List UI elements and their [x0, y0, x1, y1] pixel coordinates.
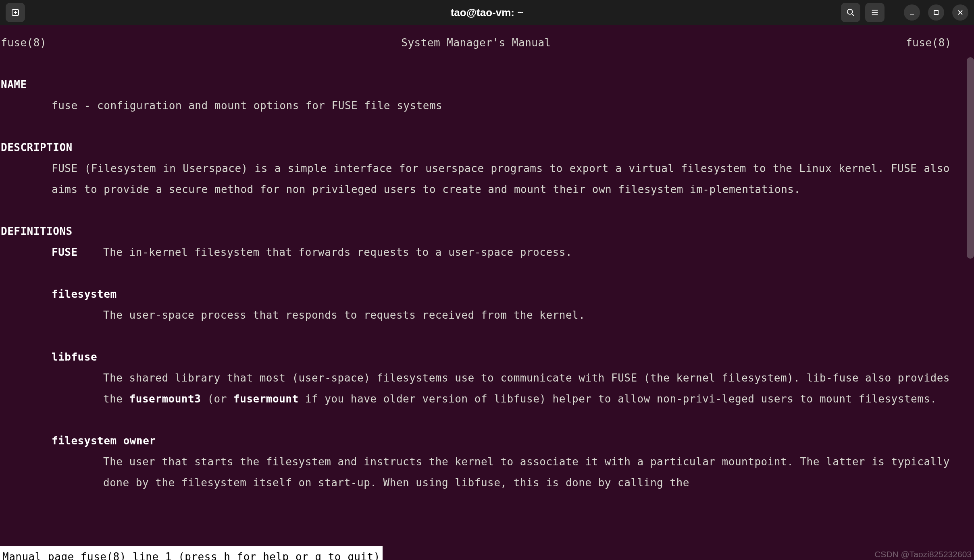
pager-status-line: Manual page fuse(8) line 1 (press h for … — [0, 546, 383, 560]
man-header: fuse(8) System Manager's Manual fuse(8) — [0, 32, 974, 53]
section-description-text: FUSE (Filesystem in Userspace) is a simp… — [0, 158, 974, 200]
minimize-button[interactable] — [904, 4, 920, 21]
man-header-left: fuse(8) — [1, 32, 46, 53]
section-name-text: fuse - configuration and mount options f… — [0, 95, 974, 116]
svg-line-4 — [852, 14, 854, 16]
titlebar-left — [6, 3, 25, 22]
search-icon — [846, 8, 855, 17]
definition-bold: fusermount — [233, 393, 299, 405]
terminal-content[interactable]: fuse(8) System Manager's Manual fuse(8) … — [0, 32, 974, 560]
man-header-right: fuse(8) — [906, 32, 973, 53]
definition-term: libfuse — [0, 346, 974, 367]
definition-item: FUSE The in-kernel filesystem that forwa… — [0, 242, 974, 263]
close-icon — [957, 9, 964, 16]
definition-term: FUSE — [52, 242, 103, 263]
definition-term: filesystem — [0, 284, 974, 305]
definition-desc: The shared library that most (user-space… — [0, 367, 974, 409]
definition-term: filesystem owner — [0, 430, 974, 451]
minimize-icon — [909, 9, 915, 16]
titlebar-right — [841, 3, 968, 22]
maximize-button[interactable] — [928, 4, 944, 21]
definition-text: (or — [201, 393, 233, 405]
section-definitions-heading: DEFINITIONS — [0, 221, 974, 242]
section-name-heading: NAME — [0, 74, 974, 95]
window-controls — [901, 4, 968, 21]
section-description-heading: DESCRIPTION — [0, 137, 974, 158]
window-title: tao@tao-vm: ~ — [451, 6, 524, 19]
definition-desc: The in-kernel filesystem that forwards r… — [103, 242, 572, 263]
definition-desc: The user-space process that responds to … — [0, 305, 974, 326]
maximize-icon — [933, 9, 939, 16]
watermark: CSDN @Taozi825232603 — [874, 550, 972, 559]
hamburger-icon — [870, 8, 879, 17]
svg-rect-9 — [934, 10, 938, 15]
search-button[interactable] — [841, 3, 860, 22]
titlebar: tao@tao-vm: ~ — [0, 0, 974, 25]
definition-text: if you have older version of libfuse) he… — [299, 393, 937, 405]
scrollbar[interactable] — [967, 57, 974, 259]
close-button[interactable] — [952, 4, 968, 21]
man-header-center: System Manager's Manual — [401, 32, 551, 53]
menu-button[interactable] — [865, 3, 885, 22]
new-tab-icon — [10, 8, 20, 17]
definition-bold: fusermount3 — [129, 393, 201, 405]
definition-desc: The user that starts the filesystem and … — [0, 451, 974, 493]
svg-point-3 — [847, 9, 853, 15]
new-tab-button[interactable] — [6, 3, 25, 22]
